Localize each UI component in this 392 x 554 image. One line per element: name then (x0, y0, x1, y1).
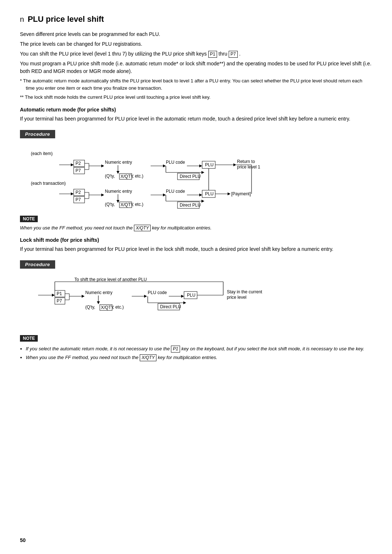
p1-key-intro: P1 (208, 51, 217, 58)
diagram-1-svg: (each item) (each transaction) P2 P7 Num… (31, 145, 358, 210)
svg-text:Numeric entry: Numeric entry (105, 160, 132, 165)
svg-text:price level 1: price level 1 (237, 164, 260, 170)
diagram-1: (each item) (each transaction) P2 P7 Num… (31, 145, 372, 211)
svg-marker-100 (183, 301, 186, 304)
svg-text:, etc.): , etc.) (132, 174, 143, 179)
svg-text:P7: P7 (75, 168, 81, 173)
intro-line3: You can shift the PLU price level (level… (20, 50, 372, 58)
svg-marker-68 (228, 192, 230, 195)
lock-shift-heading: Lock shift mode (for price shifts) (20, 236, 372, 244)
svg-text:, etc.): , etc.) (113, 305, 124, 310)
svg-text:(each transaction): (each transaction) (31, 181, 66, 186)
svg-marker-92 (144, 295, 147, 298)
svg-text:PLU code: PLU code (166, 160, 185, 165)
svg-text:X/QTY: X/QTY (121, 174, 134, 179)
svg-text:PLU: PLU (187, 293, 195, 298)
svg-text:PLU code: PLU code (166, 189, 185, 194)
svg-text:, etc.): , etc.) (132, 202, 143, 207)
svg-text:Numeric entry: Numeric entry (85, 290, 113, 295)
svg-marker-38 (71, 192, 74, 195)
svg-marker-33 (233, 163, 236, 166)
svg-marker-64 (201, 200, 204, 203)
svg-text:To shift the price level of an: To shift the price level of another PLU (74, 277, 147, 282)
svg-marker-50 (117, 200, 119, 203)
svg-marker-74 (52, 294, 55, 297)
svg-marker-15 (117, 171, 119, 174)
svg-marker-59 (199, 194, 202, 196)
note1-text: When you use the FF method, you need not… (20, 224, 372, 232)
svg-marker-86 (97, 301, 100, 304)
svg-marker-56 (163, 194, 166, 196)
svg-text:PLU code: PLU code (148, 290, 167, 295)
note2-bullet2: When you use the FF method, you need not… (26, 354, 372, 361)
auto-return-body: If your terminal has been programmed for… (20, 115, 372, 123)
svg-marker-83 (82, 295, 85, 298)
svg-text:[Payment]: [Payment] (231, 191, 251, 196)
lock-shift-body: If your terminal has been programmed for… (20, 245, 372, 253)
page-title: n PLU price level shift (20, 15, 372, 24)
svg-text:price level: price level (227, 295, 246, 300)
svg-text:P7: P7 (75, 197, 81, 202)
title-prefix: n (20, 15, 24, 24)
svg-marker-95 (181, 295, 184, 298)
page-number: 50 (20, 537, 26, 543)
intro-line2: The price levels can be changed for PLU … (20, 40, 372, 48)
svg-marker-12 (101, 164, 104, 167)
svg-text:Numeric entry: Numeric entry (105, 189, 132, 194)
xqty-key-note2: X/QTY (140, 354, 156, 361)
p1-key-note2: P1 (171, 346, 180, 353)
xqty-key-note1: X/QTY (134, 225, 151, 232)
asterisk2: ** The lock shift mode holds the current… (20, 94, 372, 101)
note-bar-2: NOTE (20, 335, 38, 342)
note2-bullet1: If you select the automatic return mode,… (26, 345, 372, 353)
diagram-2: To shift the price level of another PLU … (31, 275, 372, 331)
svg-text:P2: P2 (75, 190, 81, 195)
p7-key-intro: P7 (229, 51, 238, 58)
svg-marker-3 (71, 163, 74, 166)
note-bar-1: NOTE (20, 216, 38, 222)
svg-text:P7: P7 (57, 298, 62, 304)
title-text: PLU price level shift (28, 15, 104, 24)
svg-marker-24 (199, 164, 202, 167)
svg-text:X/QTY: X/QTY (121, 202, 134, 207)
svg-text:(Q'ty,: (Q'ty, (105, 202, 115, 207)
svg-text:P2: P2 (75, 161, 81, 166)
svg-marker-21 (163, 164, 166, 167)
svg-text:(Q'ty,: (Q'ty, (105, 174, 115, 179)
svg-text:P1: P1 (57, 291, 62, 296)
svg-text:(each item): (each item) (31, 151, 53, 156)
svg-marker-29 (201, 171, 204, 174)
note2-bullets: If you select the automatic return mode,… (26, 345, 372, 361)
asterisk1: * The automatic return mode automaticall… (20, 77, 372, 91)
svg-text:X/QTY: X/QTY (101, 305, 114, 310)
procedure-bar-1: Procedure (20, 130, 55, 138)
diagram-2-svg: To shift the price level of another PLU … (31, 275, 343, 330)
svg-text:Return to: Return to (237, 159, 255, 164)
svg-text:Direct PLU: Direct PLU (180, 174, 201, 179)
intro-line1: Seven different price levels can be prog… (20, 30, 372, 38)
svg-text:(Q'ty,: (Q'ty, (85, 305, 95, 310)
intro-line4: You must program a PLU price shift mode … (20, 60, 372, 75)
asterisk-notes: * The automatic return mode automaticall… (20, 77, 372, 101)
auto-return-heading: Automatic return mode (for price shifts) (20, 106, 372, 114)
svg-marker-47 (101, 194, 104, 196)
procedure-bar-2: Procedure (20, 260, 55, 269)
svg-text:Direct PLU: Direct PLU (180, 203, 201, 208)
svg-text:PLU: PLU (205, 191, 213, 196)
svg-text:Direct PLU: Direct PLU (160, 304, 181, 309)
svg-text:Stay in the current: Stay in the current (227, 289, 262, 294)
svg-text:PLU: PLU (205, 162, 213, 167)
